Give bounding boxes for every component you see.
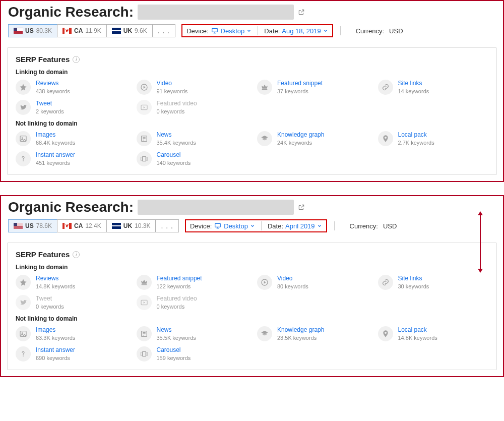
- crown-icon: [257, 80, 272, 95]
- date-selector[interactable]: April 2019: [285, 222, 322, 230]
- feature-grad[interactable]: Knowledge graph 23.5K keywords: [257, 326, 368, 341]
- comparison-panel: Organic Research: US 80.3K CA 11.9K UK 9…: [0, 0, 504, 182]
- chevron-down-icon: [323, 28, 328, 33]
- svg-rect-0: [212, 28, 217, 32]
- feature-sub: 0 keywords: [157, 303, 197, 310]
- device-label: Device:: [190, 222, 212, 230]
- carousel-icon: [137, 151, 152, 166]
- svg-rect-14: [146, 157, 148, 161]
- country-count: 12.4K: [85, 222, 101, 229]
- feature-question[interactable]: Instant answer 451 keywords: [16, 151, 127, 166]
- country-code: UK: [123, 27, 132, 34]
- feature-pin[interactable]: Local pack 14.8K keywords: [378, 326, 489, 341]
- feature-name: News: [157, 131, 196, 139]
- flag-uk-icon: [112, 28, 121, 34]
- feature-playbox[interactable]: Featured video 0 keywords: [137, 295, 247, 310]
- play-icon: [257, 275, 272, 290]
- feature-name: Featured video: [157, 295, 197, 303]
- feature-image[interactable]: Images 63.3K keywords: [16, 326, 127, 341]
- feature-star[interactable]: Reviews 438 keywords: [16, 80, 127, 95]
- feature-question[interactable]: Instant answer 690 keywords: [16, 346, 127, 362]
- feature-pin[interactable]: Local pack 2.7K keywords: [378, 131, 489, 146]
- feature-sub: 2 keywords: [36, 108, 64, 115]
- monitor-icon: [211, 27, 219, 34]
- playbox-icon: [137, 100, 152, 115]
- feature-play[interactable]: Video 80 keywords: [257, 275, 368, 290]
- flag-ca-icon: [62, 223, 72, 229]
- feature-news[interactable]: News 35.5K keywords: [137, 326, 247, 341]
- country-tabs: US 80.3K CA 11.9K UK 9.6K . . .: [8, 24, 175, 37]
- separator: [334, 221, 335, 230]
- feature-carousel[interactable]: Carousel 140 keywords: [137, 151, 247, 166]
- feature-name: Carousel: [157, 346, 191, 354]
- feature-crown[interactable]: Featured snippet 37 keywords: [257, 80, 368, 95]
- section-linking-label: Linking to domain: [16, 69, 488, 76]
- feature-carousel[interactable]: Carousel 159 keywords: [137, 346, 247, 362]
- country-tab-us[interactable]: US 78.6K: [8, 219, 57, 232]
- feature-image[interactable]: Images 68.4K keywords: [16, 131, 127, 146]
- feature-star[interactable]: Reviews 14.8K keywords: [16, 275, 127, 290]
- feature-sub: 122 keywords: [157, 283, 202, 290]
- chevron-down-icon: [246, 28, 251, 33]
- question-icon: [16, 151, 31, 166]
- country-tab-ca[interactable]: CA 12.4K: [57, 219, 107, 232]
- serp-features-title: SERP Features: [16, 55, 70, 64]
- chevron-down-icon: [250, 223, 255, 228]
- section-not-linking-label: Not linking to domain: [16, 120, 488, 127]
- svg-rect-12: [142, 156, 146, 161]
- device-selector[interactable]: Desktop: [214, 222, 255, 230]
- country-tab-uk[interactable]: UK 9.6K: [106, 24, 153, 37]
- feature-link[interactable]: Site links 30 keywords: [378, 275, 489, 290]
- country-tab-ca[interactable]: CA 11.9K: [57, 24, 107, 37]
- date-selector[interactable]: Aug 18, 2019: [282, 27, 328, 35]
- country-tab-uk[interactable]: UK 10.3K: [106, 219, 156, 232]
- external-link-icon[interactable]: [298, 204, 305, 211]
- feature-grad[interactable]: Knowledge graph 24K keywords: [257, 131, 368, 146]
- country-tab-us[interactable]: US 80.3K: [8, 24, 57, 37]
- svg-point-6: [22, 137, 23, 139]
- feature-playbox[interactable]: Featured video 0 keywords: [137, 100, 247, 115]
- feature-name: Images: [36, 131, 75, 139]
- feature-name: Tweet: [36, 100, 64, 108]
- feature-news[interactable]: News 35.4K keywords: [137, 131, 247, 146]
- feature-name: Site links: [398, 275, 429, 283]
- country-count: 10.3K: [135, 222, 150, 229]
- feature-name: Instant answer: [36, 151, 75, 159]
- feature-twitter[interactable]: Tweet 2 keywords: [16, 100, 127, 115]
- more-countries-button[interactable]: . . .: [155, 219, 178, 232]
- feature-twitter[interactable]: Tweet 0 keywords: [16, 295, 127, 310]
- country-code: CA: [74, 222, 83, 229]
- domain-input[interactable]: [138, 5, 294, 20]
- carousel-icon: [137, 346, 152, 362]
- svg-rect-28: [141, 352, 142, 356]
- feature-sub: 35.4K keywords: [157, 139, 196, 146]
- svg-point-26: [23, 355, 24, 356]
- device-selector[interactable]: Desktop: [211, 27, 252, 35]
- country-count: 80.3K: [36, 27, 52, 34]
- more-countries-button[interactable]: . . .: [152, 24, 175, 37]
- country-tabs: US 78.6K CA 12.4K UK 10.3K . . .: [8, 219, 179, 232]
- date-label: Date:: [264, 27, 280, 35]
- feature-name: Knowledge graph: [277, 326, 324, 334]
- feature-play[interactable]: Video 91 keywords: [137, 80, 247, 95]
- feature-sub: 159 keywords: [157, 354, 191, 362]
- separator: [261, 221, 262, 230]
- feature-sub: 91 keywords: [157, 88, 188, 95]
- external-link-icon[interactable]: [298, 9, 305, 16]
- filters-highlight: Device: Desktop Date: Aug 18, 2019: [181, 24, 333, 37]
- svg-rect-13: [141, 157, 142, 161]
- feature-crown[interactable]: Featured snippet 122 keywords: [137, 275, 247, 290]
- feature-name: Instant answer: [36, 346, 75, 354]
- feature-link[interactable]: Site links 14 keywords: [378, 80, 489, 95]
- info-icon[interactable]: i: [73, 251, 80, 258]
- currency-label: Currency:: [356, 27, 384, 35]
- serp-features-card: SERP Features i Linking to domain Review…: [7, 47, 497, 175]
- feature-name: Carousel: [157, 151, 191, 159]
- news-icon: [137, 131, 152, 146]
- twitter-icon: [16, 100, 31, 115]
- feature-sub: 37 keywords: [277, 88, 323, 95]
- flag-us-icon: [14, 28, 23, 34]
- domain-input[interactable]: [138, 200, 294, 215]
- info-icon[interactable]: i: [73, 56, 80, 63]
- feature-name: Knowledge graph: [277, 131, 324, 139]
